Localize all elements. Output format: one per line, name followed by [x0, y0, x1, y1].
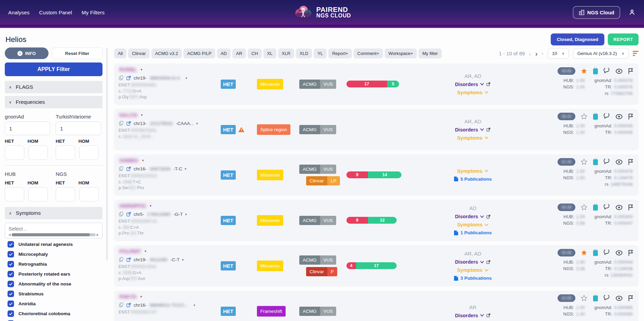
caret-down-icon[interactable]: ▾ — [145, 249, 146, 253]
clipboard-icon[interactable] — [593, 113, 598, 120]
next-page-icon[interactable]: › — [535, 50, 538, 57]
gene-name[interactable]: PNKTA — [119, 294, 137, 299]
symptoms-link[interactable]: Symptoms — [457, 267, 489, 273]
clipboard-icon[interactable] — [593, 68, 598, 74]
scroll-left-icon[interactable]: ◀ — [9, 233, 11, 236]
star-icon-outline[interactable] — [580, 295, 588, 302]
clipboard-icon[interactable] — [593, 249, 598, 256]
filter-tab[interactable]: AR — [232, 48, 246, 58]
report-button[interactable]: REPORT — [608, 33, 639, 45]
symptoms-link[interactable]: Symptoms — [457, 90, 489, 95]
nav-item-analyses[interactable]: Analyses — [8, 10, 29, 15]
symptoms-link[interactable]: Symptoms — [457, 135, 489, 141]
status-button[interactable]: Closed, Diagnosed — [551, 33, 605, 45]
flag-icon[interactable] — [628, 295, 633, 302]
visibility-icon[interactable] — [615, 250, 623, 256]
external-link-icon[interactable] — [126, 303, 131, 308]
filter-tab[interactable]: My filter — [419, 48, 442, 58]
checkbox-checked-icon[interactable] — [8, 271, 14, 277]
publications-link[interactable]: 1 Publications — [454, 230, 492, 235]
clipboard-icon[interactable] — [593, 158, 598, 165]
filter-tab[interactable]: ACMG v3.2 — [151, 48, 182, 58]
comment-icon[interactable] — [603, 295, 610, 302]
copy-icon[interactable] — [119, 75, 124, 81]
checkbox-checked-icon[interactable] — [8, 281, 14, 287]
comment-icon[interactable] — [603, 250, 610, 256]
flag-icon[interactable] — [628, 68, 633, 74]
prev-page-icon[interactable]: ‹ — [529, 50, 531, 57]
info-button[interactable]: INFO — [5, 47, 49, 59]
flag-icon[interactable] — [628, 113, 633, 120]
turkishvariome-hom-input[interactable] — [79, 145, 99, 160]
publications-link[interactable]: 5 Publications — [454, 177, 492, 182]
external-link-icon[interactable] — [486, 127, 491, 132]
turkishvariome-het-input[interactable] — [56, 145, 75, 160]
copy-icon[interactable] — [119, 121, 124, 126]
external-link-icon[interactable] — [126, 257, 131, 262]
filter-tab[interactable]: Report+ — [328, 48, 352, 58]
sort-icon[interactable] — [633, 51, 639, 56]
copy-icon[interactable] — [119, 166, 124, 171]
gene-name[interactable]: NALCN — [119, 112, 138, 118]
user-icon[interactable] — [628, 9, 636, 16]
filter-tab[interactable]: XL — [263, 48, 276, 58]
symptom-search-input[interactable] — [9, 226, 99, 232]
visibility-icon[interactable] — [615, 205, 623, 210]
caret-down-icon[interactable]: ▾ — [182, 258, 184, 262]
visibility-icon[interactable] — [615, 68, 623, 74]
caret-down-icon[interactable]: ▾ — [185, 167, 187, 171]
external-link-icon[interactable] — [486, 260, 491, 264]
gene-name[interactable]: POLRMT — [119, 248, 141, 254]
star-icon-filled[interactable] — [580, 249, 588, 256]
filter-tab[interactable]: YL — [314, 48, 327, 58]
filter-tab[interactable]: ACMG P/LP — [183, 48, 215, 58]
scroll-right-icon[interactable]: ▶ — [97, 233, 99, 236]
visibility-icon[interactable] — [615, 114, 623, 120]
visibility-icon[interactable] — [615, 295, 623, 301]
section-frequencies[interactable]: ∨ Frequencies — [5, 96, 102, 108]
gene-name[interactable]: RVRBL — [119, 67, 137, 72]
external-link-icon[interactable] — [126, 166, 131, 171]
filter-tab[interactable]: All — [114, 48, 126, 58]
caret-down-icon[interactable]: ▾ — [140, 68, 142, 71]
filter-tab[interactable]: AD — [217, 48, 231, 58]
disorders-link[interactable]: Disorders — [455, 313, 491, 318]
copy-icon[interactable] — [119, 302, 124, 308]
symptom-select[interactable]: ◀ ▶ — [5, 223, 102, 238]
scrollbar-thumb[interactable] — [12, 233, 90, 236]
horizontal-scrollbar[interactable]: ◀ ▶ — [9, 233, 99, 236]
comment-icon[interactable] — [603, 159, 610, 165]
nav-item-custom-panel[interactable]: Custom Panel — [39, 10, 72, 15]
copy-icon[interactable] — [119, 257, 124, 262]
checkbox-checked-icon[interactable] — [8, 251, 14, 257]
caret-down-icon[interactable]: ▾ — [185, 212, 187, 216]
gene-name[interactable]: SHMBG — [119, 157, 139, 163]
caret-down-icon[interactable]: ▾ — [186, 76, 187, 80]
comment-icon[interactable] — [603, 204, 610, 211]
filter-tab[interactable]: Workspace+ — [385, 48, 417, 58]
disorders-link[interactable]: Disorders — [455, 259, 491, 265]
disorders-link[interactable]: Disorders — [455, 82, 491, 87]
external-link-icon[interactable] — [486, 313, 491, 318]
engine-select[interactable]: Genius AI (v16.3.2) ∨ — [573, 48, 629, 59]
ngs-hom-input[interactable] — [79, 187, 99, 201]
copy-icon[interactable] — [119, 211, 124, 217]
section-flags[interactable]: ∧ FLAGS — [5, 81, 102, 93]
comment-icon[interactable] — [603, 68, 610, 74]
filter-tab[interactable]: Comment+ — [354, 48, 383, 58]
hub-het-input[interactable] — [5, 187, 24, 201]
checkbox-checked-icon[interactable] — [8, 301, 14, 307]
page-size-select[interactable]: 10 ∨ — [548, 48, 569, 59]
clipboard-icon[interactable] — [593, 295, 598, 302]
turkishvariome-input[interactable] — [56, 122, 101, 135]
disorders-link[interactable]: Disorders — [455, 214, 491, 219]
caret-down-icon[interactable]: ▾ — [196, 122, 198, 125]
ngs-cloud-button[interactable]: NGS Cloud — [573, 6, 620, 19]
nav-item-my-filters[interactable]: My Filters — [82, 10, 105, 15]
gene-name[interactable]: HNRNPFIG — [119, 203, 147, 209]
visibility-icon[interactable] — [615, 159, 623, 165]
symptoms-link[interactable]: Symptoms — [457, 168, 489, 174]
external-link-icon[interactable] — [126, 75, 131, 81]
checkbox-checked-icon[interactable] — [8, 291, 14, 297]
checkbox-checked-icon[interactable] — [8, 261, 14, 267]
